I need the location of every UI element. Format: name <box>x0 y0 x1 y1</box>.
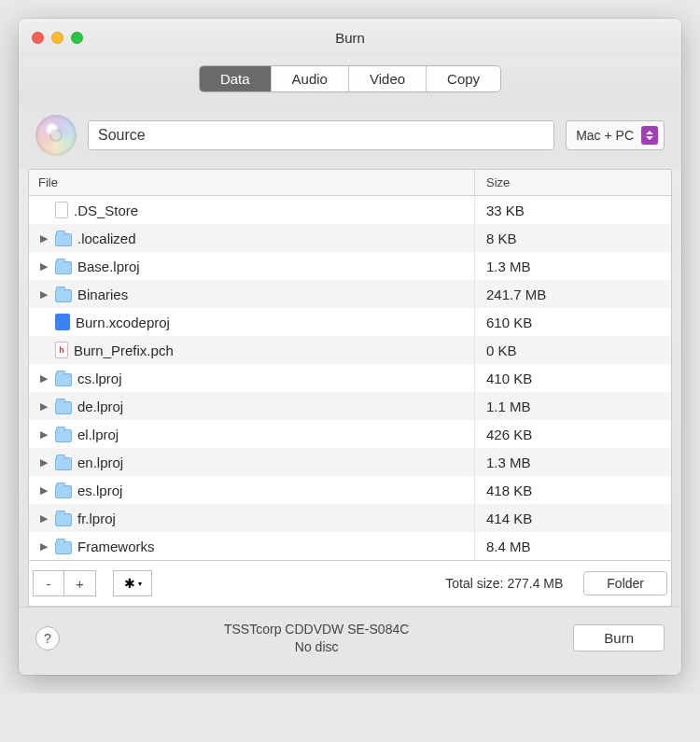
file-size: 418 KB <box>475 483 671 498</box>
table-row[interactable]: ▶en.lproj1.3 MB <box>29 448 671 476</box>
help-button[interactable]: ? <box>35 626 60 651</box>
disclosure-triangle-icon[interactable]: ▶ <box>38 428 49 441</box>
burn-button[interactable]: Burn <box>573 624 665 651</box>
folder-button[interactable]: Folder <box>583 571 667 595</box>
remove-button[interactable]: - <box>33 570 64 596</box>
file-table: File Size ▶.DS_Store33 KB▶.localized8 KB… <box>28 169 672 561</box>
gear-icon: ✱ <box>124 576 135 591</box>
folder-icon <box>55 289 72 302</box>
disclosure-triangle-icon[interactable]: ▶ <box>38 288 49 301</box>
disc-icon <box>35 115 77 156</box>
file-size: 0 KB <box>475 343 671 358</box>
mode-tabs: Data Audio Video Copy <box>19 56 681 105</box>
tab-video[interactable]: Video <box>349 66 427 91</box>
table-body: ▶.DS_Store33 KB▶.localized8 KB▶Base.lpro… <box>29 196 671 560</box>
cell-file: ▶.localized <box>29 224 475 252</box>
table-row[interactable]: ▶fr.lproj414 KB <box>29 504 671 532</box>
options-button[interactable]: ✱ ▾ <box>113 570 152 596</box>
cell-file: ▶el.lproj <box>29 420 475 448</box>
disclosure-triangle-icon[interactable]: ▶ <box>38 512 49 525</box>
folder-icon <box>55 457 72 470</box>
file-size: 414 KB <box>475 511 671 526</box>
device-status: No disc <box>73 638 560 656</box>
table-row[interactable]: ▶Frameworks8.4 MB <box>29 532 671 560</box>
disclosure-triangle-icon[interactable]: ▶ <box>38 260 49 273</box>
total-size-label: Total size: 277.4 MB <box>445 576 563 591</box>
blue-icon <box>55 314 70 330</box>
cell-file: ▶.DS_Store <box>29 196 475 224</box>
window-controls <box>19 32 83 44</box>
table-header: File Size <box>29 170 671 196</box>
close-icon[interactable] <box>32 32 44 44</box>
table-row[interactable]: ▶.localized8 KB <box>29 224 671 252</box>
tab-copy[interactable]: Copy <box>427 66 500 91</box>
tab-data[interactable]: Data <box>200 66 272 91</box>
disclosure-triangle-icon[interactable]: ▶ <box>38 372 49 385</box>
table-row[interactable]: ▶Base.lproj1.3 MB <box>29 252 671 280</box>
folder-icon <box>55 513 72 526</box>
table-row[interactable]: ▶Binaries241.7 MB <box>29 280 671 308</box>
file-size: 1.3 MB <box>475 455 671 470</box>
disclosure-triangle-icon[interactable]: ▶ <box>38 232 49 245</box>
segmented-control: Data Audio Video Copy <box>199 65 501 92</box>
chevron-updown-icon <box>641 126 658 145</box>
file-size: 1.3 MB <box>475 259 671 274</box>
table-row[interactable]: ▶.DS_Store33 KB <box>29 196 671 224</box>
file-name: .localized <box>77 231 136 246</box>
cell-file: ▶cs.lproj <box>29 364 475 392</box>
column-header-file[interactable]: File <box>29 170 475 195</box>
cell-file: ▶es.lproj <box>29 476 475 504</box>
burn-row: ? TSSTcorp CDDVDW SE-S084C No disc Burn <box>19 607 681 675</box>
cell-file: ▶Frameworks <box>29 532 475 560</box>
file-name: Binaries <box>77 287 128 302</box>
file-size: 410 KB <box>475 371 671 386</box>
add-remove-group: - + <box>33 570 96 596</box>
table-footer: - + ✱ ▾ Total size: 277.4 MB Folder <box>28 561 672 607</box>
disclosure-triangle-icon[interactable]: ▶ <box>38 400 49 413</box>
cell-file: ▶en.lproj <box>29 448 475 476</box>
file-size: 8.4 MB <box>475 539 671 554</box>
disclosure-triangle-icon[interactable]: ▶ <box>38 456 49 469</box>
cell-file: ▶Base.lproj <box>29 252 475 280</box>
device-name: TSSTcorp CDDVDW SE-S084C <box>73 621 560 638</box>
file-name: Base.lproj <box>77 259 140 274</box>
add-button[interactable]: + <box>64 570 96 596</box>
cell-file: ▶hBurn_Prefix.pch <box>29 336 475 364</box>
cell-file: ▶Burn.xcodeproj <box>29 308 475 336</box>
file-name: de.lproj <box>77 399 123 414</box>
file-name: Burn_Prefix.pch <box>74 343 174 358</box>
format-select-value: Mac + PC <box>576 128 634 143</box>
file-name: .DS_Store <box>74 203 138 218</box>
file-size: 8 KB <box>475 231 671 246</box>
window-title: Burn <box>19 30 681 46</box>
disclosure-triangle-icon[interactable]: ▶ <box>38 540 49 553</box>
table-row[interactable]: ▶de.lproj1.1 MB <box>29 392 671 420</box>
file-size: 1.1 MB <box>475 399 671 414</box>
device-info: TSSTcorp CDDVDW SE-S084C No disc <box>73 621 560 656</box>
file-name: el.lproj <box>77 427 119 442</box>
folder-icon <box>55 401 72 414</box>
table-row[interactable]: ▶cs.lproj410 KB <box>29 364 671 392</box>
folder-icon <box>55 485 72 498</box>
cell-file: ▶Binaries <box>29 280 475 308</box>
table-row[interactable]: ▶hBurn_Prefix.pch0 KB <box>29 336 671 364</box>
folder-icon <box>55 429 72 442</box>
file-size: 426 KB <box>475 427 671 442</box>
file-name: en.lproj <box>77 455 123 470</box>
table-row[interactable]: ▶es.lproj418 KB <box>29 476 671 504</box>
folder-icon <box>55 233 72 246</box>
file-size: 610 KB <box>475 315 671 330</box>
minimize-icon[interactable] <box>51 32 63 44</box>
tab-audio[interactable]: Audio <box>272 66 349 91</box>
table-row[interactable]: ▶Burn.xcodeproj610 KB <box>29 308 671 336</box>
titlebar: Burn <box>19 19 681 56</box>
table-row[interactable]: ▶el.lproj426 KB <box>29 420 671 448</box>
disclosure-triangle-icon[interactable]: ▶ <box>38 484 49 497</box>
disc-name-input[interactable] <box>88 120 554 150</box>
zoom-icon[interactable] <box>71 32 83 44</box>
app-window: Burn Data Audio Video Copy Mac + PC File… <box>19 19 681 675</box>
format-select[interactable]: Mac + PC <box>566 120 665 150</box>
chevron-down-icon: ▾ <box>138 580 142 588</box>
column-header-size[interactable]: Size <box>475 170 671 195</box>
file-name: Frameworks <box>77 539 155 554</box>
